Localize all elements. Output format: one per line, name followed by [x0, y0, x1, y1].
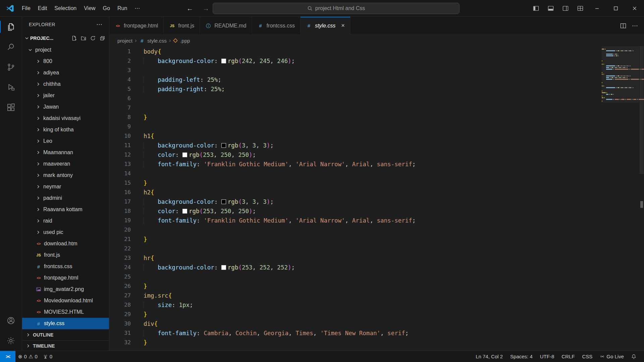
code-line[interactable]: 14	[109, 169, 602, 178]
code-line[interactable]: 2 background-color: rgb(242, 245, 246);	[109, 56, 602, 66]
extensions-icon[interactable]	[0, 97, 22, 117]
code-area[interactable]: 1body{2 background-color: rgb(242, 245, …	[109, 46, 602, 351]
code-line[interactable]: 24 background-color: rgb(253, 252, 252);	[109, 263, 602, 272]
scrollbar-handle[interactable]	[640, 46, 644, 174]
tab-frontcss.css[interactable]: #frontcss.css	[252, 17, 300, 35]
tree-folder-item[interactable]: Raavana kottam	[22, 204, 109, 215]
run-debug-icon[interactable]	[0, 77, 22, 97]
code-line[interactable]: 16h2{	[109, 188, 602, 197]
tree-folder-item[interactable]: used pic	[22, 227, 109, 238]
tree-folder-item[interactable]: Leo	[22, 135, 109, 147]
code-line[interactable]: 19 font-family: 'Franklin Gothic Medium'…	[109, 216, 602, 225]
tree-folder-item[interactable]: king of kotha	[22, 124, 109, 135]
tree-file-item[interactable]: <>download.htm	[22, 238, 109, 249]
refresh-icon[interactable]	[90, 36, 96, 41]
code-line[interactable]: 28 size: 1px;	[109, 300, 602, 310]
editor-more-actions-icon[interactable]: ⋯	[632, 22, 638, 29]
tab-frontpage.html[interactable]: <>frontpage.html	[109, 17, 164, 35]
code-line[interactable]: 18 color: rgb(253, 250, 250);	[109, 206, 602, 216]
cursor-position[interactable]: Ln 74, Col 2	[472, 354, 506, 359]
explorer-more-actions-icon[interactable]: ⋯	[96, 21, 102, 28]
tree-folder-item[interactable]: neymar	[22, 181, 109, 192]
tree-file-item[interactable]: JSfront.js	[22, 249, 109, 261]
tree-folder-item[interactable]: adiyea	[22, 67, 109, 78]
code-line[interactable]: 27img.src{	[109, 291, 602, 300]
code-line[interactable]: 11 background-color: rgb(3, 3, 3);	[109, 141, 602, 150]
menu-view[interactable]: View	[80, 3, 99, 14]
tree-folder-item[interactable]: maaveeran	[22, 158, 109, 170]
color-swatch[interactable]	[221, 199, 226, 204]
settings-gear-icon[interactable]	[0, 330, 22, 351]
tree-item-project-root[interactable]: project	[22, 44, 109, 56]
code-line[interactable]: 22	[109, 244, 602, 253]
color-swatch[interactable]	[182, 153, 187, 157]
menu-go[interactable]: Go	[99, 3, 114, 14]
tree-file-item[interactable]: img_avatar2.png	[22, 284, 109, 295]
breadcrumb-project[interactable]: project	[117, 38, 132, 44]
toggle-panel-button[interactable]	[543, 0, 558, 16]
tree-folder-item[interactable]: Jawan	[22, 101, 109, 113]
color-swatch[interactable]	[221, 59, 226, 63]
tab-style.css[interactable]: #style.css×	[301, 17, 351, 35]
problems-button[interactable]: ⊗ 0 ⚠ 0	[15, 351, 40, 362]
code-line[interactable]: 1body{	[109, 47, 602, 56]
forward-arrow-icon[interactable]: →	[203, 5, 209, 12]
customize-layout-button[interactable]	[573, 0, 588, 16]
indentation[interactable]: Spaces: 4	[506, 354, 536, 359]
account-icon[interactable]	[0, 310, 22, 330]
explorer-icon[interactable]	[0, 17, 22, 37]
code-line[interactable]: 10h1{	[109, 131, 602, 141]
color-swatch[interactable]	[182, 209, 187, 214]
maximize-button[interactable]	[606, 0, 625, 16]
code-line[interactable]: 30div{	[109, 319, 602, 328]
menu-file[interactable]: File	[18, 3, 34, 14]
color-swatch[interactable]	[221, 143, 226, 148]
menu-more[interactable]: ⋯	[131, 3, 144, 14]
remote-indicator-button[interactable]: ><	[0, 351, 15, 362]
menu-run[interactable]: Run	[114, 3, 131, 14]
code-line[interactable]: 15}	[109, 178, 602, 188]
menu-selection[interactable]: Selection	[51, 3, 80, 14]
back-arrow-icon[interactable]: ←	[186, 5, 193, 12]
tree-folder-item[interactable]: 800	[22, 56, 109, 67]
outline-section[interactable]: OUTLINE	[22, 329, 109, 340]
eol-sequence[interactable]: CRLF	[558, 354, 578, 359]
code-line[interactable]: 26}	[109, 282, 602, 291]
notifications-button[interactable]	[628, 354, 640, 359]
code-line[interactable]: 23hr{	[109, 253, 602, 263]
code-line[interactable]: 25	[109, 272, 602, 282]
tree-folder-item[interactable]: padmini	[22, 192, 109, 204]
tree-file-item[interactable]: <>MOVIES2.HTML	[22, 306, 109, 318]
code-line[interactable]: 8}	[109, 113, 602, 122]
tab-README.md[interactable]: README.md	[200, 17, 252, 35]
code-line[interactable]: 12 color: rgb(253, 250, 250);	[109, 150, 602, 160]
tree-folder-item[interactable]: jailer	[22, 90, 109, 101]
tree-folder-item[interactable]: kadaisi vivasayi	[22, 113, 109, 124]
menu-edit[interactable]: Edit	[34, 3, 51, 14]
tab-front.js[interactable]: JSfront.js	[164, 17, 200, 35]
editor-scrollbar[interactable]	[639, 46, 644, 351]
tree-folder-item[interactable]: chithha	[22, 78, 109, 90]
toggle-sidebar-button[interactable]	[529, 0, 543, 16]
code-line[interactable]: 4 padding-left: 25%;	[109, 75, 602, 84]
tree-folder-item[interactable]: raid	[22, 215, 109, 227]
tree-file-item[interactable]: #style.css	[22, 318, 109, 329]
ports-button[interactable]: 0	[40, 351, 55, 362]
search-view-icon[interactable]	[0, 37, 22, 57]
split-editor-icon[interactable]	[620, 22, 627, 29]
close-icon[interactable]: ×	[341, 22, 345, 29]
code-line[interactable]: 17 background-color: rgb(3, 3, 3);	[109, 197, 602, 206]
new-folder-icon[interactable]	[81, 36, 86, 41]
close-window-button[interactable]	[625, 0, 644, 16]
explorer-section-header[interactable]: PROJEC...	[22, 32, 109, 44]
code-line[interactable]: 20	[109, 225, 602, 235]
code-line[interactable]: 9	[109, 122, 602, 131]
language-mode[interactable]: CSS	[578, 354, 596, 359]
command-center-search[interactable]: project Html and Css	[213, 3, 460, 14]
code-line[interactable]: 6	[109, 94, 602, 103]
code-editor[interactable]: 1body{2 background-color: rgb(242, 245, …	[109, 46, 644, 351]
code-line[interactable]: 32}	[109, 338, 602, 347]
encoding[interactable]: UTF-8	[536, 354, 558, 359]
tree-file-item[interactable]: <>frontpage.html	[22, 272, 109, 284]
tree-file-item[interactable]: #frontcss.css	[22, 261, 109, 272]
